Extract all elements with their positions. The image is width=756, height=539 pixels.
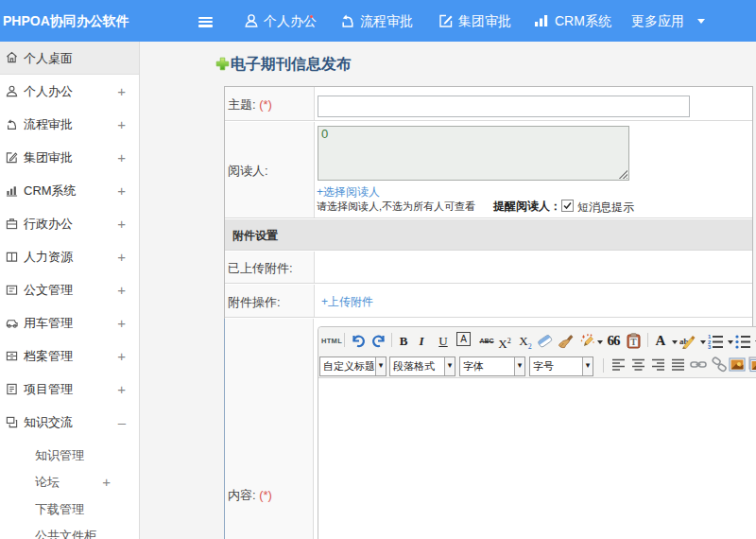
svg-text:3: 3 [708,344,712,349]
svg-text:T: T [630,338,637,347]
